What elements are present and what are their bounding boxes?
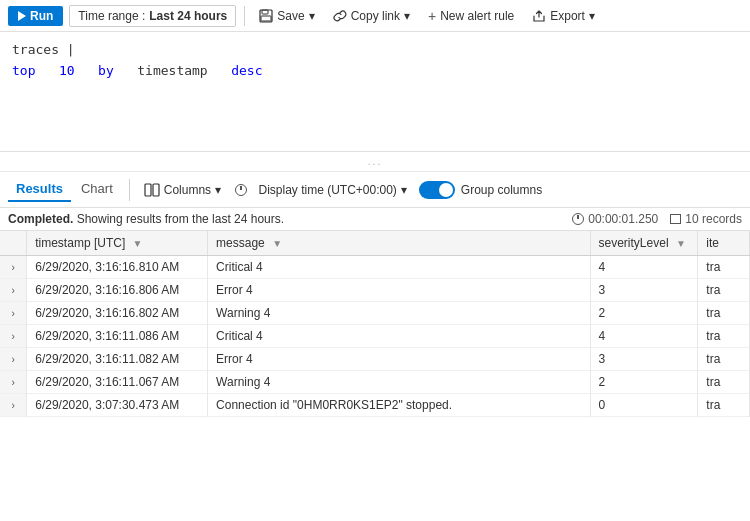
duration-clock-icon <box>572 213 584 225</box>
status-completed: Completed. <box>8 212 73 226</box>
row-expand-button[interactable]: › <box>8 400 17 411</box>
timestamp-filter-icon[interactable]: ▼ <box>133 238 143 249</box>
status-message: Showing results from the last 24 hours. <box>77 212 284 226</box>
save-icon <box>259 9 273 23</box>
svg-rect-4 <box>153 184 159 196</box>
results-table-wrapper: timestamp [UTC] ▼ message ▼ severityLeve… <box>0 231 750 463</box>
export-button[interactable]: Export ▾ <box>526 6 601 26</box>
query-line1-text: traces | <box>12 42 75 57</box>
chart-tab-label: Chart <box>81 181 113 196</box>
row-expander-cell: › <box>0 256 27 279</box>
copy-link-button[interactable]: Copy link ▾ <box>327 6 416 26</box>
new-alert-button[interactable]: + New alert rule <box>422 5 520 27</box>
row-expander-cell: › <box>0 371 27 394</box>
row-message: Warning 4 <box>208 371 590 394</box>
group-columns-label: Group columns <box>461 183 542 197</box>
display-time-label: Display time (UTC+00:00) <box>258 183 396 197</box>
toolbar-separator-1 <box>244 6 245 26</box>
kw-10: 10 <box>59 63 75 78</box>
results-toolbar: Results Chart Columns ▾ Display time (UT… <box>0 172 750 208</box>
row-severity: 4 <box>590 256 698 279</box>
col-timestamp-header[interactable]: timestamp [UTC] ▼ <box>27 231 208 256</box>
group-columns-toggle[interactable] <box>419 181 455 199</box>
table-row: ›6/29/2020, 3:16:11.082 AMError 43tra <box>0 348 750 371</box>
kw-by: by <box>98 63 114 78</box>
status-bar: Completed. Showing results from the last… <box>0 208 750 231</box>
row-severity: 2 <box>590 302 698 325</box>
row-severity: 3 <box>590 279 698 302</box>
message-filter-icon[interactable]: ▼ <box>272 238 282 249</box>
run-button[interactable]: Run <box>8 6 63 26</box>
status-records: 10 records <box>685 212 742 226</box>
row-expander-cell: › <box>0 279 27 302</box>
row-ite: tra <box>698 394 750 417</box>
col-expander-header <box>0 231 27 256</box>
table-row: ›6/29/2020, 3:16:16.802 AMWarning 42tra <box>0 302 750 325</box>
table-row: ›6/29/2020, 3:16:16.810 AMCritical 44tra <box>0 256 750 279</box>
save-button[interactable]: Save ▾ <box>253 6 320 26</box>
row-ite: tra <box>698 371 750 394</box>
status-duration: 00:00:01.250 <box>588 212 658 226</box>
export-icon <box>532 9 546 23</box>
plus-icon: + <box>428 8 436 24</box>
drag-handle[interactable]: ... <box>0 152 750 172</box>
row-expander-cell: › <box>0 325 27 348</box>
row-message: Critical 4 <box>208 325 590 348</box>
table-row: ›6/29/2020, 3:16:16.806 AMError 43tra <box>0 279 750 302</box>
row-message: Warning 4 <box>208 302 590 325</box>
table-row: ›6/29/2020, 3:16:11.067 AMWarning 42tra <box>0 371 750 394</box>
row-ite: tra <box>698 256 750 279</box>
kw-desc: desc <box>231 63 262 78</box>
tab-results[interactable]: Results <box>8 177 71 202</box>
save-label: Save <box>277 9 304 23</box>
row-timestamp: 6/29/2020, 3:16:16.802 AM <box>27 302 208 325</box>
row-timestamp: 6/29/2020, 3:16:11.067 AM <box>27 371 208 394</box>
svg-rect-3 <box>145 184 151 196</box>
row-expander-cell: › <box>0 302 27 325</box>
copy-link-label: Copy link <box>351 9 400 23</box>
display-time-button[interactable]: Display time (UTC+00:00) ▾ <box>229 180 413 200</box>
row-message: Critical 4 <box>208 256 590 279</box>
columns-icon <box>144 183 160 197</box>
time-range-value: Last 24 hours <box>149 9 227 23</box>
results-table: timestamp [UTC] ▼ message ▼ severityLeve… <box>0 231 750 417</box>
row-expand-button[interactable]: › <box>8 331 17 342</box>
col-message-header[interactable]: message ▼ <box>208 231 590 256</box>
columns-label: Columns <box>164 183 211 197</box>
severity-filter-icon[interactable]: ▼ <box>676 238 686 249</box>
export-label: Export <box>550 9 585 23</box>
time-range-button[interactable]: Time range : Last 24 hours <box>69 5 236 27</box>
results-separator-1 <box>129 179 130 201</box>
table-body: ›6/29/2020, 3:16:16.810 AMCritical 44tra… <box>0 256 750 417</box>
clock-icon <box>235 184 247 196</box>
save-chevron-icon: ▾ <box>309 9 315 23</box>
row-expand-button[interactable]: › <box>8 262 17 273</box>
row-expand-button[interactable]: › <box>8 308 17 319</box>
row-message: Error 4 <box>208 348 590 371</box>
query-editor[interactable]: traces | top 10 by timestamp desc <box>0 32 750 152</box>
columns-button[interactable]: Columns ▾ <box>138 180 227 200</box>
drag-dots: ... <box>368 156 382 167</box>
columns-chevron-icon: ▾ <box>215 183 221 197</box>
row-expand-button[interactable]: › <box>8 285 17 296</box>
row-expand-button[interactable]: › <box>8 377 17 388</box>
query-line-1: traces | <box>12 40 738 61</box>
svg-rect-2 <box>261 16 271 21</box>
export-chevron-icon: ▾ <box>589 9 595 23</box>
run-label: Run <box>30 9 53 23</box>
table-row: ›6/29/2020, 3:16:11.086 AMCritical 44tra <box>0 325 750 348</box>
row-severity: 3 <box>590 348 698 371</box>
svg-rect-1 <box>262 10 268 14</box>
row-timestamp: 6/29/2020, 3:16:16.806 AM <box>27 279 208 302</box>
row-timestamp: 6/29/2020, 3:07:30.473 AM <box>27 394 208 417</box>
display-time-chevron-icon: ▾ <box>401 183 407 197</box>
col-severity-header[interactable]: severityLevel ▼ <box>590 231 698 256</box>
tab-chart[interactable]: Chart <box>73 177 121 202</box>
kw-field: timestamp <box>137 63 207 78</box>
row-severity: 4 <box>590 325 698 348</box>
records-icon <box>670 214 681 224</box>
results-tab-label: Results <box>16 181 63 196</box>
new-alert-label: New alert rule <box>440 9 514 23</box>
row-expand-button[interactable]: › <box>8 354 17 365</box>
copy-link-icon <box>333 9 347 23</box>
